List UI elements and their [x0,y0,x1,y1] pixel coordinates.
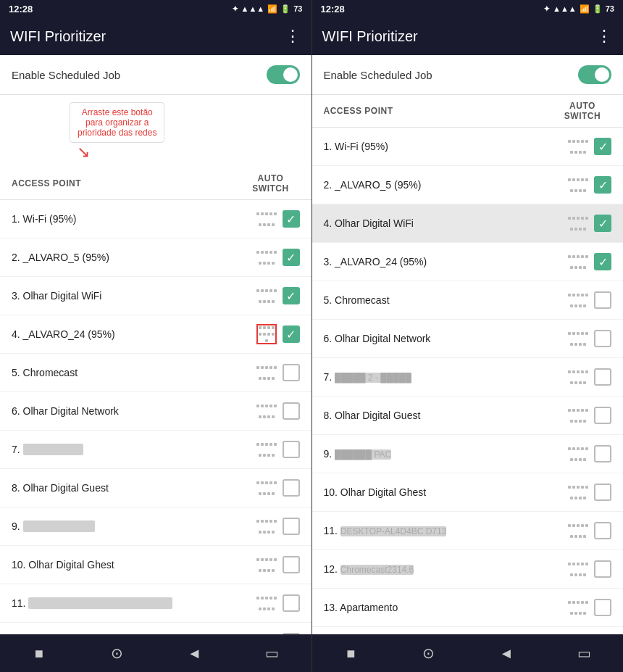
menu-button-right[interactable]: ⋮ [596,27,613,46]
menu-button-left[interactable]: ⋮ [285,27,301,46]
drag-handle[interactable] [568,213,588,233]
checkbox-unchecked[interactable] [594,291,611,309]
checkbox-unchecked[interactable] [594,522,611,539]
drag-handle[interactable] [568,175,588,195]
drag-handle[interactable] [256,286,277,306]
checkbox-unchecked[interactable] [594,330,611,347]
checkbox-unchecked[interactable] [283,441,300,458]
time-left: 12:28 [9,4,33,14]
home-button-right[interactable]: ⊙ [414,639,443,668]
toggle-right[interactable] [578,65,611,84]
table-row: 11. DESKTOP-AL4D4BC D713 [312,512,624,550]
checkbox-unchecked[interactable] [283,479,300,497]
nav-bar-right: ■ ⊙ ◄ ▭ [312,634,624,672]
drag-handle[interactable] [256,555,277,575]
checkbox-unchecked[interactable] [283,518,300,535]
checkbox-checked[interactable]: ✓ [283,287,300,304]
table-row: 2. _ALVARO_5 (95%)✓ [0,238,312,277]
signal-icon-r: ▲▲▲ [553,4,577,13]
scheduled-job-label-left: Enable Scheduled Job [12,69,120,81]
drag-handle[interactable] [568,367,588,387]
checkbox-checked[interactable]: ✓ [594,138,611,155]
stop-button-left[interactable]: ■ [25,639,54,668]
drag-handle[interactable] [568,290,588,310]
checkbox-checked[interactable]: ✓ [594,176,611,194]
checkbox-unchecked[interactable] [594,445,611,462]
checkbox-unchecked[interactable] [283,364,300,381]
arrow-icon: ↘ [77,143,90,162]
toggle-left[interactable] [267,65,300,84]
drag-handle[interactable] [568,252,588,272]
drag-handle[interactable] [256,478,277,498]
drag-handle[interactable] [568,328,588,349]
home-button-left[interactable]: ⊙ [102,639,131,668]
back-button-left[interactable]: ◄ [180,639,209,668]
recents-button-right[interactable]: ▭ [569,639,598,668]
drag-handle[interactable] [256,593,277,613]
blurred-name: Chromecast2314.6 [340,565,414,575]
recents-button-left[interactable]: ▭ [258,639,287,668]
checkbox-unchecked[interactable] [594,484,611,501]
checkbox-checked[interactable]: ✓ [283,249,300,266]
checkbox-checked[interactable]: ✓ [594,215,611,232]
wifi-name: 11. DESKTOP-AL4D4BC D713 [324,525,554,536]
checkbox-unchecked[interactable] [283,402,300,420]
table-row: 4. _ALVARO_24 (95%)✓ [0,315,312,354]
wifi-name: 4. Olhar Digital WiFi [324,217,554,229]
col-ap-left: ACCESS POINT [12,178,81,188]
drag-handle[interactable] [256,401,277,421]
table-row: 13. Apartamento [312,589,624,627]
wifi-name: 2. _ALVARO_5 (95%) [12,252,242,263]
bluetooth-icon: ✦ [232,4,238,14]
app-bar-left: WIFI Prioritizer ⋮ [0,17,312,55]
table-row: 12. ████████████████ [0,623,312,634]
wifi-name: 8. Olhar Digital Guest [12,482,242,494]
scheduled-job-row-left: Enable Scheduled Job [0,55,312,95]
wifi-name: 3. _ALVARO_24 (95%) [324,256,554,267]
drag-handle[interactable] [256,247,277,267]
table-row: 6. Olhar Digital Network [0,392,312,431]
drag-handle[interactable] [568,559,588,579]
wifi-name: 7. █████ 2 - █████ [324,371,554,383]
drag-handle[interactable] [568,136,588,157]
drag-handle[interactable] [256,516,277,536]
wifi-name: 9. ██████████ [12,520,242,532]
checkbox-unchecked[interactable] [283,556,300,573]
blurred-name: ████ ████ [23,444,83,455]
checkbox-checked[interactable]: ✓ [283,210,300,228]
drag-handle[interactable] [568,444,588,464]
drag-handle[interactable] [256,439,277,460]
back-button-right[interactable]: ◄ [492,639,521,668]
drag-handle[interactable] [568,520,588,541]
wifi-name: 10. Olhar Digital Ghest [12,559,242,571]
table-header-left: ACCESS POINT AUTOSWITCH [0,167,312,200]
table-row: 8. Olhar Digital Guest [312,397,624,435]
checkbox-checked[interactable]: ✓ [594,253,611,270]
checkbox-unchecked[interactable] [594,599,611,616]
table-row: 9. ██████████ [0,507,312,546]
drag-handle[interactable] [568,482,588,502]
checkbox-unchecked[interactable] [594,407,611,424]
wifi-icon-r: 📶 [580,4,590,14]
stop-button-right[interactable]: ■ [336,639,365,668]
drag-handle[interactable] [256,324,277,344]
right-panel: 12:28 ✦ ▲▲▲ 📶 🔋 73 WIFI Prioritizer ⋮ En… [312,0,624,672]
checkbox-unchecked[interactable] [283,594,300,612]
battery-pct-left: 73 [293,4,302,13]
drag-handle[interactable] [256,209,277,229]
table-row: 7. ████ ████ [0,431,312,469]
drag-handle[interactable] [568,597,588,618]
checkbox-checked[interactable]: ✓ [283,325,300,343]
checkbox-unchecked[interactable] [594,368,611,386]
wifi-name: 3. Olhar Digital WiFi [12,290,242,302]
tooltip-area: Arraste este botãopara organizar apriori… [0,95,312,167]
wifi-name: 6. Olhar Digital Network [324,333,554,344]
col-switch-left: AUTOSWITCH [242,173,300,194]
drag-handle[interactable] [568,405,588,426]
checkbox-unchecked[interactable] [594,560,611,578]
table-row: 5. Chromecast [312,281,624,320]
wifi-name: 2. _ALVARO_5 (95%) [324,179,554,191]
wifi-name: 7. ████ ████ [12,444,242,455]
drag-handle[interactable] [256,362,277,383]
wifi-list-right: 1. Wi-Fi (95%)✓2. _ALVARO_5 (95%)✓4. Olh… [312,128,624,627]
